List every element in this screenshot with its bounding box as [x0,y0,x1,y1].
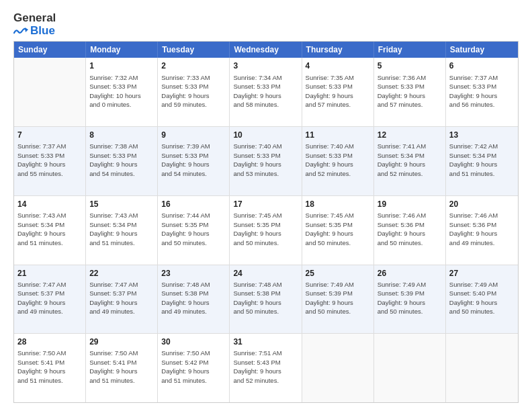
day-info: Sunrise: 7:45 AM Sunset: 5:35 PM Dayligh… [306,212,354,246]
calendar-day-4: 4Sunrise: 7:35 AM Sunset: 5:33 PM Daylig… [302,58,374,126]
day-number: 15 [89,199,154,210]
day-number: 20 [449,199,515,210]
day-info: Sunrise: 7:40 AM Sunset: 5:33 PM Dayligh… [306,142,354,177]
day-number: 21 [17,268,82,279]
calendar-week-3: 14Sunrise: 7:43 AM Sunset: 5:34 PM Dayli… [14,195,518,265]
calendar-week-4: 21Sunrise: 7:47 AM Sunset: 5:37 PM Dayli… [14,265,518,334]
page: General Blue SundayMondayTuesdayWednesda… [0,0,532,411]
day-number: 16 [161,199,226,210]
day-info: Sunrise: 7:32 AM Sunset: 5:33 PM Dayligh… [89,74,141,109]
day-number: 12 [378,130,442,140]
day-number: 22 [89,268,154,279]
svg-marker-0 [25,28,28,32]
calendar-empty-cell [446,334,518,402]
day-info: Sunrise: 7:50 AM Sunset: 5:41 PM Dayligh… [89,349,138,384]
calendar: SundayMondayTuesdayWednesdayThursdayFrid… [13,41,519,403]
calendar-day-26: 26Sunrise: 7:49 AM Sunset: 5:39 PM Dayli… [374,265,446,334]
day-info: Sunrise: 7:48 AM Sunset: 5:38 PM Dayligh… [233,281,281,316]
calendar-day-11: 11Sunrise: 7:40 AM Sunset: 5:33 PM Dayli… [302,127,374,195]
calendar-day-19: 19Sunrise: 7:46 AM Sunset: 5:36 PM Dayli… [374,196,446,265]
day-info: Sunrise: 7:43 AM Sunset: 5:34 PM Dayligh… [17,212,66,246]
day-info: Sunrise: 7:47 AM Sunset: 5:37 PM Dayligh… [89,281,138,316]
day-info: Sunrise: 7:41 AM Sunset: 5:34 PM Dayligh… [378,142,426,177]
header-day-tuesday: Tuesday [158,42,230,58]
calendar-week-5: 28Sunrise: 7:50 AM Sunset: 5:41 PM Dayli… [14,333,518,402]
calendar-day-18: 18Sunrise: 7:45 AM Sunset: 5:35 PM Dayli… [302,196,374,265]
calendar-day-15: 15Sunrise: 7:43 AM Sunset: 5:34 PM Dayli… [86,196,158,265]
calendar-day-22: 22Sunrise: 7:47 AM Sunset: 5:37 PM Dayli… [86,265,158,334]
calendar-day-21: 21Sunrise: 7:47 AM Sunset: 5:37 PM Dayli… [14,265,86,334]
day-number: 11 [306,130,370,140]
day-number: 31 [233,336,298,347]
calendar-day-29: 29Sunrise: 7:50 AM Sunset: 5:41 PM Dayli… [86,334,158,402]
calendar-week-1: 1Sunrise: 7:32 AM Sunset: 5:33 PM Daylig… [14,58,518,126]
calendar-day-27: 27Sunrise: 7:49 AM Sunset: 5:40 PM Dayli… [446,265,518,334]
calendar-day-1: 1Sunrise: 7:32 AM Sunset: 5:33 PM Daylig… [86,58,158,126]
day-number: 25 [306,268,370,279]
day-number: 2 [161,60,226,71]
calendar-day-10: 10Sunrise: 7:40 AM Sunset: 5:33 PM Dayli… [230,127,302,195]
calendar-day-20: 20Sunrise: 7:46 AM Sunset: 5:36 PM Dayli… [446,196,518,265]
calendar-day-16: 16Sunrise: 7:44 AM Sunset: 5:35 PM Dayli… [158,196,230,265]
logo-blue-text: Blue [30,25,55,38]
day-number: 24 [233,268,298,279]
calendar-empty-cell [14,58,86,126]
calendar-day-5: 5Sunrise: 7:36 AM Sunset: 5:33 PM Daylig… [374,58,446,126]
day-number: 1 [89,60,154,71]
calendar-day-6: 6Sunrise: 7:37 AM Sunset: 5:33 PM Daylig… [446,58,518,126]
day-info: Sunrise: 7:47 AM Sunset: 5:37 PM Dayligh… [17,281,66,316]
day-number: 30 [161,336,226,347]
calendar-day-24: 24Sunrise: 7:48 AM Sunset: 5:38 PM Dayli… [230,265,302,334]
day-info: Sunrise: 7:46 AM Sunset: 5:36 PM Dayligh… [449,212,498,246]
day-info: Sunrise: 7:39 AM Sunset: 5:33 PM Dayligh… [161,142,210,177]
header-day-sunday: Sunday [14,42,86,58]
day-number: 6 [449,60,515,71]
day-info: Sunrise: 7:46 AM Sunset: 5:36 PM Dayligh… [378,212,426,246]
calendar-day-7: 7Sunrise: 7:37 AM Sunset: 5:33 PM Daylig… [14,127,86,195]
day-number: 27 [449,268,515,279]
logo: General Blue [13,12,56,37]
header-day-friday: Friday [374,42,446,58]
day-number: 3 [233,60,298,71]
calendar-empty-cell [374,334,446,402]
day-info: Sunrise: 7:33 AM Sunset: 5:33 PM Dayligh… [161,74,210,109]
calendar-header: SundayMondayTuesdayWednesdayThursdayFrid… [14,42,518,58]
calendar-day-14: 14Sunrise: 7:43 AM Sunset: 5:34 PM Dayli… [14,196,86,265]
day-number: 13 [449,130,515,140]
calendar-body: 1Sunrise: 7:32 AM Sunset: 5:33 PM Daylig… [14,58,518,402]
calendar-day-8: 8Sunrise: 7:38 AM Sunset: 5:33 PM Daylig… [86,127,158,195]
day-number: 18 [306,199,370,210]
day-number: 14 [17,199,82,210]
calendar-day-2: 2Sunrise: 7:33 AM Sunset: 5:33 PM Daylig… [158,58,230,126]
day-info: Sunrise: 7:49 AM Sunset: 5:39 PM Dayligh… [306,281,354,316]
day-number: 9 [161,130,226,140]
calendar-day-25: 25Sunrise: 7:49 AM Sunset: 5:39 PM Dayli… [302,265,374,334]
header-day-saturday: Saturday [446,42,518,58]
day-info: Sunrise: 7:36 AM Sunset: 5:33 PM Dayligh… [378,74,426,109]
day-info: Sunrise: 7:43 AM Sunset: 5:34 PM Dayligh… [89,212,138,246]
day-number: 7 [17,130,82,140]
logo-general-text: General [13,12,56,25]
day-number: 4 [306,60,370,71]
day-info: Sunrise: 7:50 AM Sunset: 5:41 PM Dayligh… [17,349,66,384]
header-day-monday: Monday [86,42,158,58]
calendar-empty-cell [302,334,374,402]
day-number: 19 [378,199,442,210]
day-info: Sunrise: 7:50 AM Sunset: 5:42 PM Dayligh… [161,349,210,384]
calendar-day-13: 13Sunrise: 7:42 AM Sunset: 5:34 PM Dayli… [446,127,518,195]
day-info: Sunrise: 7:37 AM Sunset: 5:33 PM Dayligh… [449,74,498,109]
calendar-day-28: 28Sunrise: 7:50 AM Sunset: 5:41 PM Dayli… [14,334,86,402]
day-info: Sunrise: 7:35 AM Sunset: 5:33 PM Dayligh… [306,74,354,109]
header-day-thursday: Thursday [302,42,374,58]
calendar-day-17: 17Sunrise: 7:45 AM Sunset: 5:35 PM Dayli… [230,196,302,265]
calendar-day-23: 23Sunrise: 7:48 AM Sunset: 5:38 PM Dayli… [158,265,230,334]
day-info: Sunrise: 7:51 AM Sunset: 5:43 PM Dayligh… [233,349,281,384]
day-number: 5 [378,60,442,71]
header: General Blue [13,12,519,37]
day-info: Sunrise: 7:48 AM Sunset: 5:38 PM Dayligh… [161,281,210,316]
calendar-day-3: 3Sunrise: 7:34 AM Sunset: 5:33 PM Daylig… [230,58,302,126]
day-number: 28 [17,336,82,347]
header-day-wednesday: Wednesday [230,42,302,58]
day-number: 23 [161,268,226,279]
day-info: Sunrise: 7:37 AM Sunset: 5:33 PM Dayligh… [17,142,66,177]
